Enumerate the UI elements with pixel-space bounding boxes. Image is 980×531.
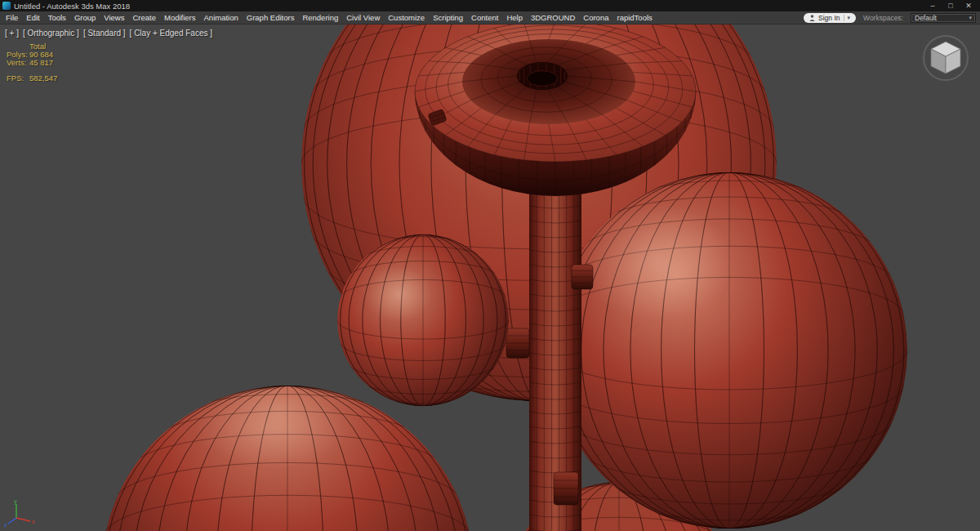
account-area: Sign In ▾ Workspaces: Default ▾ — [804, 11, 976, 25]
app-icon[interactable] — [2, 2, 11, 10]
connector-nub — [572, 265, 593, 289]
3dsmax-window: Untitled - Autodesk 3ds Max 2018 – □ ✕ F… — [0, 0, 980, 531]
menu-item-views[interactable]: Views — [100, 11, 128, 24]
close-button[interactable]: ✕ — [960, 1, 978, 11]
window-controls: – □ ✕ — [924, 1, 978, 11]
menu-item-animation[interactable]: Animation — [200, 11, 243, 24]
menu-item-modifiers[interactable]: Modifiers — [160, 11, 200, 24]
viewport-menu-standard[interactable]: [ Standard ] — [83, 29, 126, 38]
axis-x — [16, 518, 30, 521]
menu-item-create[interactable]: Create — [128, 11, 160, 24]
menu-item-content[interactable]: Content — [467, 11, 502, 24]
viewport-menu-shading[interactable]: [ Clay + Edged Faces ] — [130, 29, 212, 38]
menu-item-edit[interactable]: Edit — [22, 11, 43, 24]
fps-value: 582,547 — [29, 74, 57, 83]
chevron-down-icon: ▾ — [844, 15, 851, 21]
menu-item-tools[interactable]: Tools — [44, 11, 70, 24]
maximize-button[interactable]: □ — [942, 1, 960, 11]
menu-item-rendering[interactable]: Rendering — [298, 11, 342, 24]
stats-overlay: Total Polys: 90 684 Verts: 45 817 FPS: 5… — [7, 42, 57, 83]
viewcube[interactable] — [920, 31, 972, 83]
workspace-value: Default — [915, 14, 937, 22]
svg-text:y: y — [14, 498, 17, 505]
workspaces-label: Workspaces: — [863, 14, 903, 22]
person-icon — [809, 15, 815, 21]
stats-verts-row: Verts: 45 817 — [7, 59, 57, 67]
menu-item-file[interactable]: File — [2, 11, 22, 24]
sign-in-label: Sign In — [818, 14, 840, 22]
viewport-label: [ + ] [ Orthographic ] [ Standard ] [ Cl… — [5, 29, 212, 38]
menu-item-customize[interactable]: Customize — [384, 11, 429, 24]
verts-label: Verts: — [7, 59, 29, 67]
menu-item-group[interactable]: Group — [70, 11, 100, 24]
connector-nub — [554, 472, 578, 505]
minimize-button[interactable]: – — [924, 1, 942, 11]
menu-item-3dground[interactable]: 3DGROUND — [527, 11, 579, 24]
menu-item-scripting[interactable]: Scripting — [429, 11, 467, 24]
svg-text:x: x — [32, 519, 35, 524]
connector-nub — [506, 328, 529, 358]
titlebar: Untitled - Autodesk 3ds Max 2018 – □ ✕ — [0, 0, 980, 11]
axis-z — [8, 518, 16, 524]
menu-item-help[interactable]: Help — [502, 11, 527, 24]
workspace-dropdown[interactable]: Default ▾ — [911, 13, 976, 23]
menu-item-rapidtools[interactable]: rapidTools — [612, 11, 656, 24]
fps-label: FPS: — [7, 74, 29, 83]
svg-text:z: z — [4, 522, 7, 528]
main-menu: FileEditToolsGroupViewsCreateModifiersAn… — [2, 11, 657, 24]
menu-item-corona[interactable]: Corona — [579, 11, 612, 24]
viewport-canvas[interactable] — [0, 25, 980, 531]
viewport-menu-pov[interactable]: [ Orthographic ] — [23, 29, 79, 38]
stats-fps-row: FPS: 582,547 — [7, 74, 57, 83]
window-title: Untitled - Autodesk 3ds Max 2018 — [14, 2, 130, 11]
menu-item-civil-view[interactable]: Civil View — [342, 11, 384, 24]
axis-tripod: y x z — [3, 497, 39, 529]
menu-item-graph-editors[interactable]: Graph Editors — [243, 11, 299, 24]
chevron-down-icon: ▾ — [969, 15, 972, 21]
sign-in-button[interactable]: Sign In ▾ — [804, 13, 856, 23]
verts-value: 45 817 — [29, 59, 53, 67]
viewport[interactable]: [ + ] [ Orthographic ] [ Standard ] [ Cl… — [0, 25, 980, 531]
menubar: FileEditToolsGroupViewsCreateModifiersAn… — [0, 11, 980, 25]
viewport-menu-plus[interactable]: [ + ] — [5, 29, 19, 38]
